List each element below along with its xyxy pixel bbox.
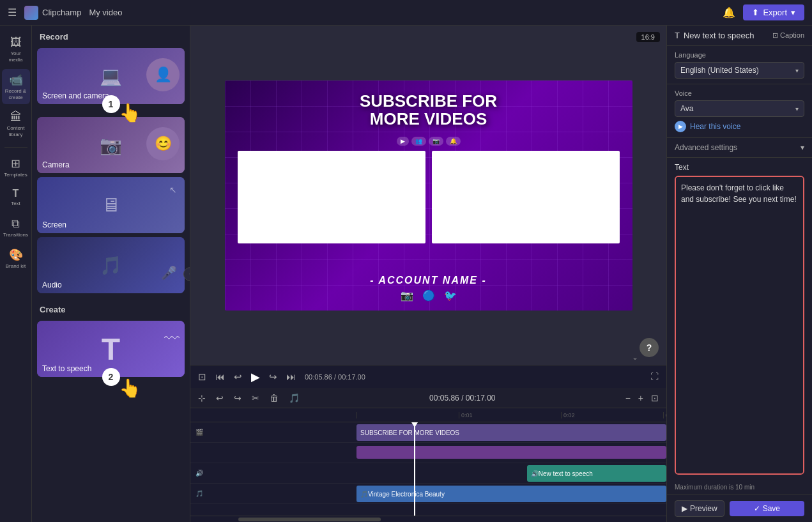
- facebook-icon: 🔵: [422, 289, 435, 302]
- magnet-snap-button[interactable]: ⊹: [195, 392, 208, 404]
- language-select-arrow-icon: ▾: [795, 67, 799, 74]
- sidebar-item-transitions[interactable]: ⧉ Transitions: [2, 213, 30, 242]
- person-avatar: 👤: [146, 58, 180, 91]
- step-1-badge: 1: [102, 95, 120, 113]
- advanced-settings-toggle[interactable]: Advanced settings ▾: [675, 143, 804, 152]
- instagram-icon: 📷: [401, 289, 413, 302]
- sidebar-item-templates[interactable]: ⊞ Templates: [2, 153, 30, 182]
- skip-forward-button[interactable]: ⏭: [286, 371, 296, 382]
- text-section: Text: [667, 158, 812, 480]
- scrollbar-thumb[interactable]: [238, 518, 381, 521]
- ruler-mark-2: 0:02: [561, 412, 663, 418]
- hamburger-icon[interactable]: ☰: [8, 6, 17, 19]
- ruler-mark-3: 0:03: [663, 412, 666, 418]
- right-panel: T New text to speech ⊡ Caption Language …: [666, 26, 812, 522]
- aspect-ratio-badge[interactable]: 16:9: [636, 32, 660, 42]
- video-title-overlay: SUBSCRIBE FOR MORE VIDEOS: [360, 92, 497, 128]
- timeline-scrollbar[interactable]: [190, 516, 666, 522]
- preview-button[interactable]: ▶ Preview: [675, 500, 724, 517]
- hand-cursor-1: 👆: [119, 102, 141, 123]
- track-content-video[interactable]: [356, 443, 666, 463]
- preview-play-icon: ▶: [682, 504, 687, 513]
- tts-clip-icon: 🔊: [531, 470, 539, 477]
- timeline-zoom-controls: − + ⊡: [623, 392, 661, 404]
- video-preview-area: 16:9 SUBSCRIBE FOR MORE VIDEOS ▶ 👥 📷 🔔: [190, 26, 666, 365]
- video-clip[interactable]: [356, 446, 666, 459]
- tts-t-icon: T: [102, 332, 120, 367]
- delete-button[interactable]: 🗑: [267, 392, 281, 404]
- main-clip[interactable]: SUBSCRIBE FOR MORE VIDEOS: [356, 424, 666, 441]
- track-content-audio[interactable]: 🎵 Vintage Electronica Beauty: [356, 484, 666, 503]
- transitions-icon: ⧉: [11, 217, 20, 231]
- video-track-icon: 🎬: [195, 429, 203, 436]
- save-button[interactable]: ✓ Save: [730, 501, 804, 516]
- camera-decoration-icon: 📷: [100, 135, 122, 156]
- track-label-audio: 🎵: [190, 490, 356, 497]
- voice-select[interactable]: Ava ▾: [675, 100, 804, 117]
- sidebar-item-your-media[interactable]: 🖼 Your media: [2, 32, 30, 66]
- sidebar-item-content-library[interactable]: 🏛 Content library: [2, 107, 30, 141]
- right-panel-title: T New text to speech: [675, 31, 755, 40]
- redo-button[interactable]: ↪: [231, 392, 244, 404]
- tts-text-input[interactable]: [676, 177, 803, 473]
- tts-track-icon: 🔊: [195, 470, 203, 477]
- video-social-icons: ▶ 👥 📷 🔔: [397, 137, 461, 146]
- expand-preview-button[interactable]: ⌄: [632, 351, 638, 362]
- sidebar-item-record-create[interactable]: 📹 Record & create: [2, 69, 30, 104]
- camera-card[interactable]: 📷 😊 Camera: [37, 117, 185, 173]
- export-button[interactable]: ⬆ Export ▾: [743, 4, 804, 20]
- fullscreen-button[interactable]: ⛶: [650, 372, 659, 381]
- right-panel-header: T New text to speech ⊡ Caption: [667, 26, 812, 46]
- audio-clip[interactable]: 🎵 Vintage Electronica Beauty: [356, 486, 666, 502]
- forward-5s-button[interactable]: ↪: [269, 371, 277, 383]
- text-icon: T: [13, 188, 19, 199]
- undo-button[interactable]: ↩: [213, 392, 226, 404]
- video-account-name: - ACCOUNT NAME -: [370, 275, 487, 286]
- ruler-mark-1: 0:01: [459, 412, 561, 418]
- sidebar-item-brand-kit[interactable]: 🎨 Brand kit: [2, 244, 30, 273]
- timeline-area: ⊹ ↩ ↪ ✂ 🗑 🎵 00:05.86 / 00:17.00 − + ⊡: [190, 388, 666, 522]
- zoom-out-button[interactable]: −: [623, 392, 633, 404]
- video-title[interactable]: My video: [89, 8, 122, 17]
- help-button[interactable]: ?: [640, 338, 659, 357]
- timeline-toolbar: ⊹ ↩ ↪ ✂ 🗑 🎵 00:05.86 / 00:17.00 − + ⊡: [190, 388, 666, 408]
- notification-icon[interactable]: 🔔: [723, 6, 735, 19]
- templates-icon: ⊞: [11, 157, 20, 171]
- skip-back-button[interactable]: ⏮: [215, 371, 225, 382]
- hear-voice-button[interactable]: ▶ Hear this voice: [675, 121, 740, 132]
- cut-button[interactable]: ✂: [249, 392, 262, 404]
- logo-icon: [24, 6, 38, 20]
- video-left-box: [238, 151, 425, 243]
- audio-filter-button[interactable]: 🎵: [286, 392, 302, 404]
- zoom-in-button[interactable]: +: [636, 392, 646, 404]
- topbar: ☰ Clipchamp My video 🔔 ⬆ Export ▾: [0, 0, 812, 26]
- screen-card[interactable]: 🖥 ↖ Screen: [37, 177, 185, 233]
- play-pause-button[interactable]: ▶: [251, 370, 260, 384]
- track-label-main: 🎬: [190, 429, 356, 436]
- max-duration-note: Maximum duration is 10 min: [667, 480, 812, 495]
- twitter-icon: 🐦: [444, 289, 457, 302]
- advanced-settings-chevron-icon: ▾: [801, 143, 804, 152]
- export-chevron-icon: ▾: [791, 8, 795, 17]
- audio-label: Audio: [42, 280, 62, 289]
- language-label: Language: [675, 51, 804, 59]
- tts-clip[interactable]: 🔊 New text to speech: [527, 465, 666, 482]
- sidebar-item-text[interactable]: T Text: [2, 184, 30, 211]
- hear-voice-play-icon: ▶: [675, 121, 686, 132]
- rewind-5s-button[interactable]: ↩: [234, 371, 242, 383]
- audio-clip-icon: 🎵: [360, 491, 368, 498]
- subtitle-toggle-button[interactable]: ⊡: [198, 371, 206, 383]
- app-name: Clipchamp: [42, 8, 81, 17]
- left-nav: 🖼 Your media 📹 Record & create 🏛 Content…: [0, 26, 32, 522]
- fit-timeline-button[interactable]: ⊡: [648, 392, 661, 404]
- timeline-tracks[interactable]: 🎬 SUBSCRIBE FOR MORE VIDEOS: [190, 422, 666, 516]
- track-content-main[interactable]: SUBSCRIBE FOR MORE VIDEOS: [356, 422, 666, 442]
- advanced-settings-section[interactable]: Advanced settings ▾: [667, 138, 812, 158]
- social-bell-icon: 🔔: [446, 137, 461, 146]
- track-content-tts[interactable]: 🔊 New text to speech: [356, 463, 666, 483]
- timeline-track-tts: 🔊 🔊 New text to speech: [190, 463, 666, 484]
- caption-toggle-button[interactable]: ⊡ Caption: [772, 31, 804, 40]
- audio-card[interactable]: 🎵 🎤 Audio: [37, 237, 185, 293]
- language-select[interactable]: English (United States) ▾: [675, 62, 804, 79]
- video-right-box: [432, 151, 620, 243]
